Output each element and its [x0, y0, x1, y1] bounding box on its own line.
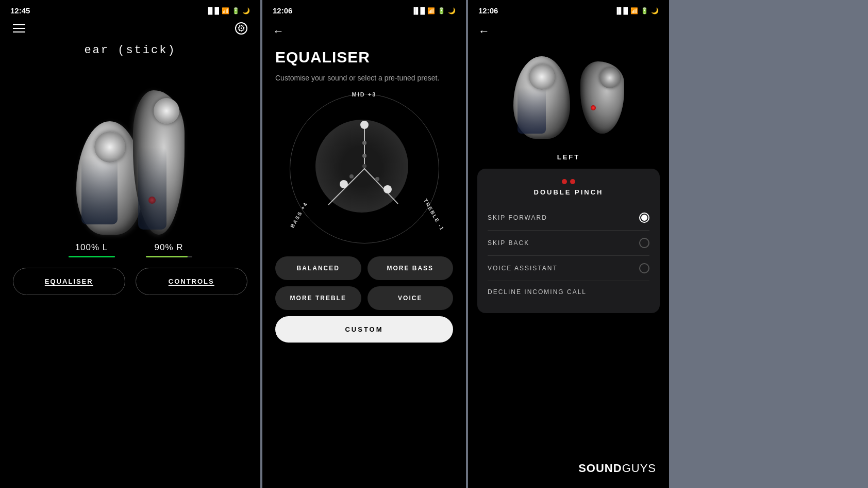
- status-icons-1: ▐▌█ 📶 🔋 🌙: [206, 7, 250, 14]
- skip-back-label: SKIP BACK: [488, 239, 529, 247]
- earbud-3-left: [513, 56, 570, 139]
- back-button-3[interactable]: ←: [468, 17, 669, 46]
- time-1: 12:45: [10, 6, 30, 15]
- voice-assistant-label: VOICE ASSISTANT: [488, 265, 558, 272]
- wifi-icon-2: 📶: [427, 7, 435, 14]
- status-icons-2: ▐▌█ 📶 🔋 🌙: [411, 7, 456, 14]
- side-label: LEFT: [468, 153, 669, 161]
- status-bar-3: 12:06 ▐▌█ 📶 🔋 🌙: [468, 0, 669, 17]
- back-button-2[interactable]: ←: [262, 17, 466, 46]
- option-decline-call[interactable]: DECLINE INCOMING CALL: [488, 281, 649, 303]
- device-name: ear (stick): [0, 44, 260, 57]
- battery-icon-3: 🔋: [641, 7, 648, 14]
- red-dot-2: [570, 179, 575, 184]
- battery-right: 90% R: [146, 242, 192, 257]
- battery-right-label: 90% R: [154, 242, 183, 253]
- preset-more-treble[interactable]: MORE TREBLE: [275, 286, 361, 310]
- signal-icon-2: ▐▌█: [411, 7, 425, 14]
- screen1-header: ⚙: [0, 17, 260, 40]
- control-panel: DOUBLE PINCH SKIP FORWARD SKIP BACK VOIC…: [477, 169, 660, 313]
- option-skip-forward[interactable]: SKIP FORWARD: [488, 205, 649, 231]
- battery-bar-left-fill: [69, 256, 115, 257]
- earbud-right: [133, 90, 185, 235]
- svg-point-3: [360, 121, 369, 129]
- red-dot-1: [562, 179, 567, 184]
- earbuds-container-3: [468, 46, 669, 149]
- svg-point-7: [362, 154, 366, 158]
- wifi-icon-3: 📶: [630, 7, 638, 14]
- soundguys-logo: SOUNDGUYS: [578, 462, 656, 475]
- svg-point-4: [340, 180, 348, 188]
- preset-balanced[interactable]: BALANCED: [275, 256, 361, 280]
- eq-label-mid: MID +3: [352, 91, 377, 97]
- menu-button[interactable]: [13, 24, 25, 32]
- svg-point-5: [383, 185, 392, 193]
- equaliser-button[interactable]: EQUALISER: [13, 268, 125, 295]
- moon-icon-2: 🌙: [448, 7, 456, 14]
- decline-call-label: DECLINE INCOMING CALL: [488, 288, 587, 296]
- svg-line-2: [364, 169, 398, 204]
- battery-section: 100% L 90% R: [0, 242, 260, 257]
- settings-button[interactable]: ⚙: [235, 22, 247, 35]
- battery-bar-right-fill: [146, 256, 188, 257]
- moon-icon-3: 🌙: [651, 7, 659, 14]
- double-pinch-icon: [488, 179, 649, 184]
- eq-visualizer: MID +3 BASS +4 TREBLE -1: [287, 91, 442, 246]
- status-icons-3: ▐▌█ 📶 🔋 🌙: [614, 7, 659, 14]
- voice-assistant-radio[interactable]: [639, 263, 649, 273]
- skip-forward-label: SKIP FORWARD: [488, 214, 547, 221]
- svg-point-9: [349, 174, 354, 178]
- battery-icon: 🔋: [232, 7, 240, 14]
- preset-more-bass[interactable]: MORE BASS: [368, 256, 454, 280]
- battery-bar-left-track: [69, 256, 115, 257]
- equaliser-title: EQUALISER: [262, 46, 466, 69]
- battery-icon-2: 🔋: [438, 7, 445, 14]
- earbud-3-right: [580, 61, 624, 134]
- time-3: 12:06: [478, 6, 498, 15]
- battery-left-label: 100% L: [75, 242, 108, 253]
- status-bar-1: 12:45 ▐▌█ 📶 🔋 🌙: [0, 0, 260, 17]
- preset-grid: BALANCED MORE BASS MORE TREBLE VOICE: [262, 256, 466, 310]
- phone-screen-1: 12:45 ▐▌█ 📶 🔋 🌙 ⚙ ear (stick): [0, 0, 260, 488]
- option-voice-assistant[interactable]: VOICE ASSISTANT: [488, 256, 649, 281]
- battery-left: 100% L: [69, 242, 115, 257]
- svg-point-6: [362, 141, 366, 145]
- status-bar-2: 12:06 ▐▌█ 📶 🔋 🌙: [262, 0, 466, 17]
- preset-voice[interactable]: VOICE: [368, 286, 454, 310]
- wifi-icon: 📶: [222, 7, 229, 14]
- svg-point-10: [375, 177, 379, 181]
- action-buttons: EQUALISER CONTROLS: [0, 268, 260, 295]
- skip-back-radio[interactable]: [639, 238, 649, 248]
- svg-point-8: [362, 164, 366, 168]
- brand-bold: SOUND: [578, 462, 622, 475]
- signal-icon-3: ▐▌█: [614, 7, 628, 14]
- skip-forward-radio[interactable]: [639, 213, 649, 223]
- brand-light: GUYS: [622, 462, 656, 475]
- phone-screen-2: 12:06 ▐▌█ 📶 🔋 🌙 ← EQUALISER Customise yo…: [262, 0, 466, 488]
- time-2: 12:06: [273, 6, 292, 15]
- eq-triangle-svg: [287, 91, 442, 246]
- phone-screen-3: 12:06 ▐▌█ 📶 🔋 🌙 ← LEFT DOUBLE PINCH: [468, 0, 669, 488]
- equaliser-subtitle: Customise your sound or select a pre-tun…: [262, 69, 466, 91]
- right-background: [669, 0, 868, 488]
- battery-bar-right-track: [146, 256, 192, 257]
- custom-button[interactable]: CUSTOM: [275, 316, 453, 343]
- earbuds-image: [10, 64, 250, 235]
- option-skip-back[interactable]: SKIP BACK: [488, 231, 649, 256]
- controls-button[interactable]: CONTROLS: [136, 268, 248, 295]
- moon-icon: 🌙: [242, 7, 250, 14]
- signal-icon: ▐▌█: [206, 7, 219, 14]
- double-pinch-label: DOUBLE PINCH: [488, 188, 649, 196]
